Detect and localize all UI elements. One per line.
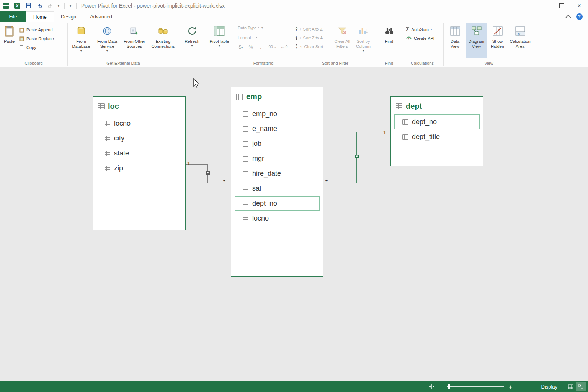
show-hidden-button[interactable]: Show Hidden xyxy=(488,23,507,58)
clear-all-filters-button[interactable]: Clear All Filters xyxy=(332,23,352,58)
field-locno[interactable]: locno xyxy=(93,116,185,131)
fit-to-screen-icon[interactable] xyxy=(427,382,437,391)
diagram-view-button[interactable]: Diagram View xyxy=(466,23,487,58)
thousands-separator-button[interactable]: , xyxy=(258,44,264,50)
collapse-ribbon-icon[interactable] xyxy=(566,15,571,20)
table-emp[interactable]: emp emp_no e_name job mgr hire_date xyxy=(231,87,323,277)
from-other-sources-button[interactable]: From Other Sources xyxy=(121,23,147,58)
diagram-view-switch-icon[interactable] xyxy=(576,382,586,391)
refresh-group-label xyxy=(179,60,205,67)
redo-icon[interactable] xyxy=(47,2,54,10)
group-sort-filter: AZ↓ Sort A to Z ZA↓ Sort Z to A AZ✕ Clea… xyxy=(293,22,377,67)
field-label: sal xyxy=(252,185,261,193)
copy-button[interactable]: Copy xyxy=(18,43,56,52)
zoom-slider-thumb[interactable] xyxy=(448,384,450,389)
minimize-button[interactable] xyxy=(535,0,553,11)
sort-z-to-a-button[interactable]: ZA↓ Sort Z to A xyxy=(294,33,332,42)
existing-connections-button[interactable]: Existing Connections xyxy=(149,23,177,58)
field-job[interactable]: job xyxy=(231,136,323,151)
paste-append-icon xyxy=(19,27,24,33)
ribbon: Paste Paste Append Paste Replace Copy Cl… xyxy=(0,22,588,67)
formatting-group-label: Formatting xyxy=(234,60,293,67)
from-data-service-button[interactable]: From Data Service ▾ xyxy=(95,23,120,58)
table-emp-header[interactable]: emp xyxy=(231,87,323,103)
existing-connections-label: Existing Connections xyxy=(150,39,176,49)
field-label: city xyxy=(114,134,124,142)
field-state[interactable]: state xyxy=(93,146,185,161)
table-loc-header[interactable]: loc xyxy=(93,97,185,113)
calculation-area-button[interactable]: fx Calculation Area xyxy=(508,23,532,58)
column-icon xyxy=(243,111,248,117)
data-view-button[interactable]: Data View xyxy=(446,23,465,58)
find-button[interactable]: Find xyxy=(379,23,399,58)
calculation-area-label: Calculation Area xyxy=(509,39,532,49)
save-icon[interactable] xyxy=(24,2,32,10)
refresh-button[interactable]: Refresh ▾ xyxy=(181,23,203,58)
zoom-in-button[interactable]: + xyxy=(506,384,514,390)
table-loc[interactable]: loc locno city state zip xyxy=(93,96,186,230)
field-locno-emp[interactable]: locno xyxy=(231,211,323,226)
redo-dropdown-icon[interactable]: ▾ xyxy=(58,4,59,8)
help-icon[interactable]: ? xyxy=(576,13,583,20)
zoom-slider[interactable] xyxy=(447,386,504,387)
field-e-name[interactable]: e_name xyxy=(231,121,323,136)
close-button[interactable]: × xyxy=(570,0,588,11)
tab-file[interactable]: File xyxy=(0,11,26,22)
paste-button[interactable]: Paste xyxy=(1,23,18,58)
from-other-sources-label: From Other Sources xyxy=(122,39,147,49)
field-city[interactable]: city xyxy=(93,131,185,146)
percent-format-button[interactable]: % xyxy=(248,44,254,50)
paste-replace-button[interactable]: Paste Replace xyxy=(18,34,56,43)
table-dept-header[interactable]: dept xyxy=(391,97,483,113)
relationship-marker-dept-emp[interactable] xyxy=(355,155,359,158)
globe-icon xyxy=(102,24,112,38)
create-kpi-label: Create KPI xyxy=(414,36,434,41)
data-view-icon xyxy=(450,24,461,38)
grid-view-icon[interactable] xyxy=(566,382,576,391)
decrease-decimal-icon[interactable]: ←.0 xyxy=(281,45,287,49)
field-emp-no[interactable]: emp_no xyxy=(231,106,323,121)
currency-format-button[interactable]: $▾ xyxy=(238,44,244,50)
zoom-out-button[interactable]: − xyxy=(437,384,444,390)
increase-decimal-icon[interactable]: .00→ xyxy=(268,45,277,49)
undo-icon[interactable] xyxy=(36,2,43,10)
other-sources-icon xyxy=(129,24,139,38)
autosum-dropdown-icon: ▾ xyxy=(431,28,432,31)
column-icon xyxy=(402,134,408,140)
tab-home[interactable]: Home xyxy=(26,11,54,22)
clear-filters-icon xyxy=(337,24,347,38)
field-zip[interactable]: zip xyxy=(93,161,185,176)
from-data-service-dropdown-icon: ▾ xyxy=(106,49,108,53)
clear-sort-button[interactable]: AZ✕ Clear Sort xyxy=(294,42,332,51)
table-dept[interactable]: dept dept_no dept_title xyxy=(390,96,483,166)
external-data-group-label: Get External Data xyxy=(68,60,179,67)
from-data-service-label: From Data Service xyxy=(95,39,119,49)
customize-qat-icon[interactable]: ▾ xyxy=(70,4,71,8)
relationship-line-dept-emp[interactable] xyxy=(323,132,390,183)
field-dept-no-emp-highlighted[interactable]: dept_no xyxy=(235,196,320,211)
relationship-marker-loc-emp[interactable] xyxy=(206,171,210,175)
field-mgr[interactable]: mgr xyxy=(231,151,323,166)
data-type-dropdown-icon[interactable]: ▾ xyxy=(261,26,263,29)
pivottable-button[interactable]: PivotTable ▾ xyxy=(207,23,232,58)
pivottable-label: PivotTable xyxy=(210,39,229,44)
from-database-button[interactable]: From Database ▾ xyxy=(69,23,93,58)
create-kpi-button[interactable]: Create KPI xyxy=(404,34,436,42)
cardinality-one-dept: 1 xyxy=(383,129,386,136)
paste-append-button[interactable]: Paste Append xyxy=(18,25,56,34)
autosum-button[interactable]: Σ AutoSum ▾ xyxy=(404,25,434,34)
svg-text:fx: fx xyxy=(518,32,520,36)
field-hire-date[interactable]: hire_date xyxy=(231,166,323,181)
restore-button[interactable] xyxy=(553,0,570,11)
sort-by-column-button[interactable]: Sort by Column ▾ xyxy=(352,23,374,58)
field-dept-no-dept-highlighted[interactable]: dept_no xyxy=(394,114,480,129)
sort-by-column-label: Sort by Column xyxy=(353,39,374,49)
field-dept-title[interactable]: dept_title xyxy=(391,129,483,144)
tab-design[interactable]: Design xyxy=(54,11,83,22)
diagram-canvas[interactable]: 1 * * 1 loc locno city state zip xyxy=(0,67,588,381)
sort-a-to-z-button[interactable]: AZ↓ Sort A to Z xyxy=(294,24,332,33)
tab-advanced[interactable]: Advanced xyxy=(83,11,119,22)
field-sal[interactable]: sal xyxy=(231,181,323,196)
format-dropdown-icon[interactable]: ▾ xyxy=(256,36,257,39)
excel-icon[interactable]: X xyxy=(13,2,21,10)
